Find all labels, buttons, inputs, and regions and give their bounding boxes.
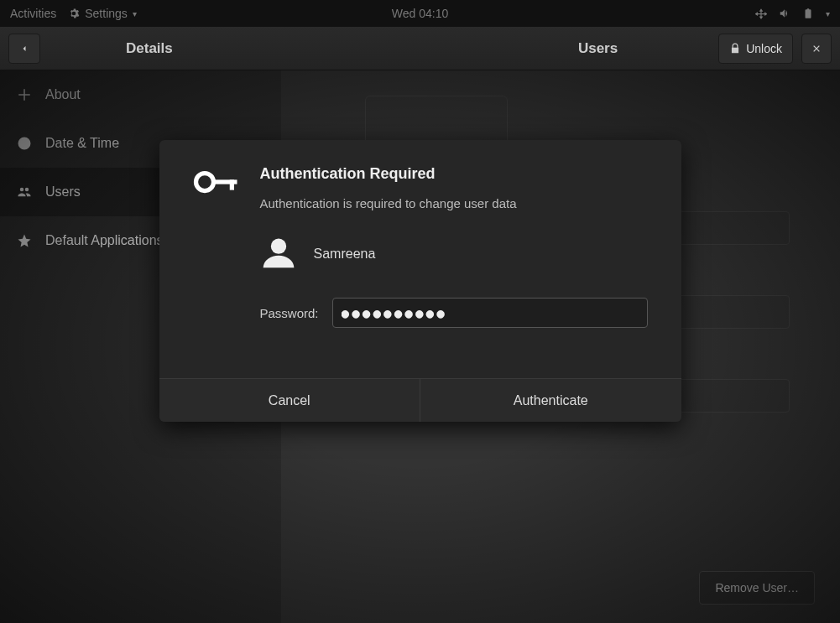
top-panel: Activities Settings ▾ Wed 04:10 ▾ xyxy=(0,0,840,27)
authenticate-button[interactable]: Authenticate xyxy=(420,379,681,422)
password-label: Password: xyxy=(260,306,319,320)
chevron-down-icon[interactable]: ▾ xyxy=(826,9,830,18)
settings-icon xyxy=(68,8,80,19)
key-icon xyxy=(193,165,240,328)
app-menu-label: Settings xyxy=(85,7,128,20)
svg-rect-3 xyxy=(229,179,233,189)
dialog-message: Authentication is required to change use… xyxy=(260,196,648,210)
cancel-label: Cancel xyxy=(269,393,310,408)
dialog-title: Authentication Required xyxy=(260,165,648,183)
authenticate-label: Authenticate xyxy=(514,393,588,408)
activities-button[interactable]: Activities xyxy=(10,7,56,20)
password-input[interactable] xyxy=(332,298,648,328)
dialog-username: Samreena xyxy=(314,247,376,262)
cancel-button[interactable]: Cancel xyxy=(159,379,420,422)
auth-dialog: Authentication Required Authentication i… xyxy=(159,140,681,422)
chevron-down-icon: ▾ xyxy=(133,9,137,18)
app-menu[interactable]: Settings ▾ xyxy=(68,7,137,20)
svg-point-4 xyxy=(270,239,285,254)
svg-point-1 xyxy=(201,179,207,185)
clock[interactable]: Wed 04:10 xyxy=(392,7,448,20)
volume-icon[interactable] xyxy=(779,8,790,19)
modal-backdrop: Authentication Required Authentication i… xyxy=(0,27,840,623)
avatar-icon xyxy=(260,234,297,274)
network-icon[interactable] xyxy=(755,8,767,19)
power-icon[interactable] xyxy=(802,8,814,19)
